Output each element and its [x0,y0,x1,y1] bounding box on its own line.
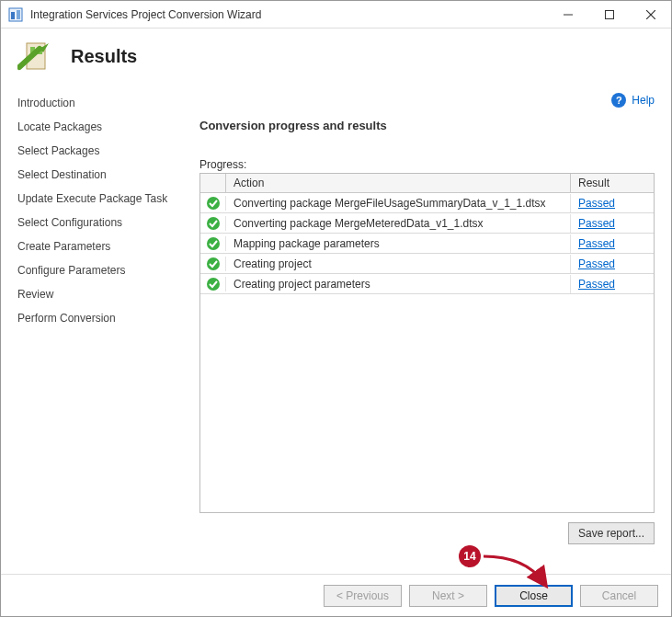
sidebar-item-label: Introduction [17,97,75,109]
table-row: Converting package MergeFileUsageSummary… [200,193,654,213]
sidebar-item-locate-packages[interactable]: Locate Packages [1,115,183,139]
close-window-button[interactable] [630,1,671,28]
success-icon [200,277,226,291]
wizard-icon [17,36,58,76]
success-icon [200,196,226,211]
action-text: Converting package MergeFileUsageSummary… [226,194,571,212]
svg-point-12 [207,197,220,210]
action-text: Creating project parameters [226,275,571,293]
result-link[interactable]: Passed [571,275,654,293]
sidebar-item-select-configurations[interactable]: Select Configurations [1,211,183,234]
sidebar-item-create-parameters[interactable]: Create Parameters [1,234,183,258]
sidebar-item-select-destination[interactable]: Select Destination [1,163,183,187]
progress-label: Progress: [199,158,655,171]
column-action: Action [226,174,571,192]
sidebar-item-label: Select Configurations [17,216,122,229]
sidebar-item-introduction[interactable]: Introduction [1,91,183,115]
sidebar-item-configure-parameters[interactable]: Configure Parameters [1,258,183,282]
column-result: Result [571,174,654,192]
sidebar-item-label: Create Parameters [17,240,110,253]
save-report-button[interactable]: Save report... [568,522,655,544]
action-text: Converting package MergeMeteredData_v1_1… [226,214,571,233]
app-icon [8,7,23,22]
action-text: Mapping package parameters [226,234,571,253]
cancel-button: Cancel [580,585,658,607]
help-icon: ? [611,93,626,108]
table-row: Creating project Passed [200,254,654,274]
result-link[interactable]: Passed [571,194,654,212]
sidebar: Introduction Locate Packages Select Pack… [1,84,183,574]
sidebar-item-label: Locate Packages [17,120,102,133]
sidebar-item-label: Perform Conversion [17,312,116,325]
svg-point-16 [207,278,220,291]
window-title: Integration Services Project Conversion … [30,8,547,21]
sidebar-item-update-execute-package-task[interactable]: Update Execute Package Task [1,187,183,211]
success-icon [200,236,226,251]
minimize-button[interactable] [547,1,588,28]
result-link[interactable]: Passed [571,234,654,253]
svg-rect-1 [11,12,15,19]
sidebar-item-label: Review [17,288,53,301]
table-row: Creating project parameters Passed [200,274,654,294]
grid-header: Action Result [200,174,654,193]
content-pane: ? Help Conversion progress and results P… [183,84,671,574]
table-row: Converting package MergeMeteredData_v1_1… [200,213,654,234]
window-frame: Integration Services Project Conversion … [0,0,672,617]
action-text: Creating project [226,255,571,273]
sidebar-item-select-packages[interactable]: Select Packages [1,139,183,163]
maximize-button[interactable] [588,1,630,28]
sidebar-item-review[interactable]: Review [1,282,183,306]
page-title: Results [71,46,137,67]
progress-grid: Action Result Converting package MergeFi… [199,173,655,513]
wizard-footer: < Previous Next > Close Cancel [1,574,671,616]
section-title: Conversion progress and results [199,119,655,132]
sidebar-item-label: Configure Parameters [17,264,125,277]
sidebar-item-perform-conversion[interactable]: Perform Conversion [1,306,183,330]
previous-button: < Previous [324,585,402,607]
result-link[interactable]: Passed [571,255,654,273]
success-icon [200,257,226,271]
svg-point-14 [207,237,220,250]
svg-point-13 [207,217,220,230]
sidebar-item-label: Select Destination [17,168,107,181]
wizard-header: Results [1,29,671,84]
next-button: Next > [409,585,487,607]
svg-rect-4 [605,10,613,18]
sidebar-item-label: Update Execute Package Task [17,192,167,205]
table-row: Mapping package parameters Passed [200,234,654,254]
sidebar-item-label: Select Packages [17,144,99,157]
svg-rect-2 [17,10,20,19]
result-link[interactable]: Passed [571,214,654,233]
success-icon [200,216,226,231]
titlebar: Integration Services Project Conversion … [1,1,671,29]
svg-point-15 [207,257,220,270]
help-link[interactable]: Help [632,94,655,107]
close-button[interactable]: Close [495,585,573,607]
